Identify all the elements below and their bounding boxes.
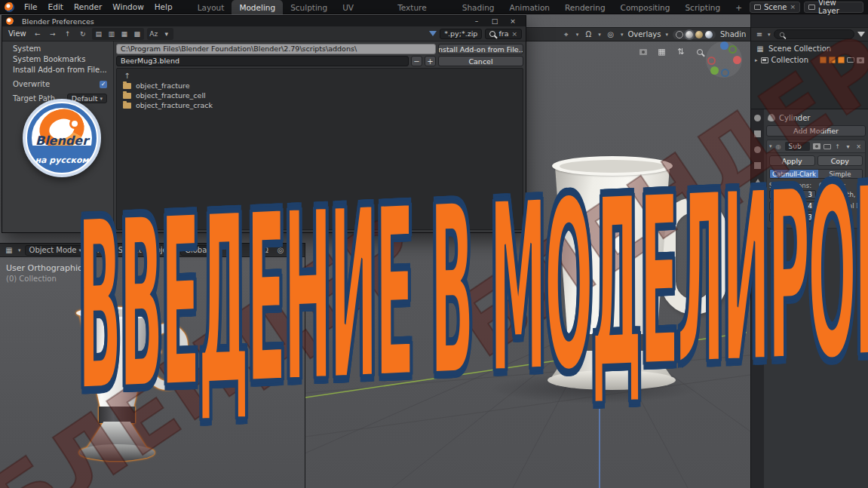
physics-tab-icon[interactable] (751, 239, 764, 250)
add-modifier-button[interactable]: Add Modifier (766, 125, 866, 137)
gizmo-x-axis[interactable] (733, 56, 741, 64)
gizmo-y-neg-axis[interactable] (728, 45, 737, 54)
gizmo-x-neg-axis[interactable] (707, 57, 716, 65)
checkbox-icon[interactable] (819, 192, 826, 198)
solid-shading-icon[interactable] (686, 31, 693, 38)
view-menu[interactable]: View (90, 246, 112, 254)
tool-tab-icon[interactable] (751, 112, 764, 124)
object-data-tab-icon[interactable] (751, 255, 764, 266)
rendered-shading-icon[interactable] (705, 31, 713, 38)
parent-directory-row[interactable]: ↑ (117, 71, 523, 81)
scene-tab-icon[interactable] (751, 176, 764, 187)
modifiers-tab-icon[interactable] (751, 223, 764, 235)
overwrite-option[interactable]: Overwrite ✓ (2, 78, 113, 90)
gizmo-z-axis[interactable] (720, 41, 728, 50)
transform-orientation-icon[interactable]: ⌖ (561, 29, 572, 40)
tab-modeling[interactable]: Modeling (232, 0, 283, 14)
proportional-editing-icon[interactable]: ◎ (606, 29, 616, 40)
tab-shading[interactable]: Shading (455, 0, 502, 14)
sidebar-item-system-bookmarks[interactable]: System Bookmarks (2, 54, 113, 65)
object-menu[interactable]: Object (148, 246, 177, 254)
menu-render[interactable]: Render (69, 0, 107, 14)
wireframe-shading-icon[interactable] (676, 31, 683, 38)
catmull-clark-button[interactable]: Catmull-Clark (770, 170, 818, 178)
view-layer-tab-icon[interactable] (751, 160, 764, 171)
forward-icon[interactable]: → (47, 29, 59, 39)
file-extension-filter-field[interactable]: *.py;*.zip (440, 29, 482, 39)
view-layer-selector[interactable]: View Layer (804, 2, 863, 13)
viewport-visibility-icon[interactable] (847, 57, 854, 63)
preferences-titlebar[interactable]: Blender Preferences – □ × (2, 16, 526, 26)
orientation-dropdown[interactable]: Global ▾ (180, 245, 218, 256)
sort-alpha-icon[interactable]: Az (148, 29, 160, 39)
outliner-search-input[interactable] (774, 29, 854, 39)
directory-path-input[interactable]: C:\Program Files\Blender Foundation\Blen… (116, 44, 436, 54)
clear-search-icon[interactable]: × (511, 30, 517, 38)
render-tab-icon[interactable] (751, 128, 764, 140)
tab-scripting[interactable]: Scripting (677, 0, 728, 14)
editor-type-icon[interactable]: ▦ (4, 245, 14, 256)
zoom-icon[interactable] (694, 46, 705, 57)
add-workspace-button[interactable]: + (728, 0, 750, 14)
filter-funnel-icon[interactable] (429, 31, 437, 36)
apply-button[interactable]: Apply (769, 155, 815, 166)
scene-unlink-icon[interactable]: × (790, 3, 796, 11)
menu-window[interactable]: Window (107, 0, 149, 14)
shading-popover-label[interactable]: Shading (720, 30, 746, 38)
overwrite-checkbox[interactable]: ✓ (100, 81, 107, 88)
menu-edit[interactable]: Edit (43, 0, 69, 14)
blender-logo-icon[interactable] (5, 2, 14, 12)
simple-button[interactable]: Simple (818, 170, 862, 178)
install-addon-button[interactable]: Install Add-on from File... (438, 44, 523, 54)
output-tab-icon[interactable] (751, 144, 764, 155)
sidebar-item-install-addon[interactable]: Install Add-on from File... (2, 65, 113, 75)
render-toggle-icon[interactable] (812, 143, 820, 151)
tab-uv-editing[interactable]: UV Editing (335, 0, 390, 14)
camera-view-icon[interactable] (637, 46, 649, 57)
render-subdivisions-field[interactable]: Render: 4 (769, 201, 816, 210)
disclosure-triangle-icon[interactable]: ▸ (755, 57, 758, 63)
select-menu[interactable]: Select (116, 246, 144, 254)
filter-funnel-icon[interactable] (857, 32, 865, 37)
object-cube-icon[interactable] (829, 57, 836, 63)
object-cube-icon[interactable] (838, 57, 845, 63)
detail-list-icon[interactable]: ▩ (131, 29, 143, 39)
vertical-list-icon[interactable]: ▤ (93, 29, 105, 39)
object-cube-icon[interactable] (820, 57, 827, 63)
minimize-button[interactable]: – (468, 16, 486, 26)
snap-magnet-icon[interactable]: Ω (583, 29, 593, 40)
object-tab-icon[interactable] (751, 207, 764, 219)
maximize-button[interactable]: □ (486, 16, 504, 26)
collection-row[interactable]: ▸ Collection (751, 54, 868, 66)
increment-button[interactable]: + (425, 56, 436, 66)
cancel-button[interactable]: Cancel (438, 56, 523, 66)
file-row[interactable]: object_fracture_crack (117, 100, 523, 110)
move-up-icon[interactable]: ↑ (833, 143, 842, 151)
expand-modifier-icon[interactable]: ▾ (769, 143, 772, 149)
realtime-toggle-icon[interactable] (823, 143, 831, 151)
overlays-dropdown[interactable]: Overlays (627, 30, 661, 38)
proportional-editing-icon[interactable]: ◎ (275, 245, 286, 256)
gizmo-y-axis[interactable] (710, 66, 719, 75)
decrement-button[interactable]: − (411, 56, 422, 66)
world-tab-icon[interactable] (751, 192, 764, 203)
file-row[interactable]: object_fracture (117, 81, 523, 91)
mode-dropdown[interactable]: Object Mode ▾ (25, 245, 87, 256)
view-menu[interactable]: View (6, 29, 29, 38)
close-button[interactable]: × (504, 16, 522, 26)
gizmo-z-neg-axis[interactable] (721, 69, 729, 77)
filename-input[interactable]: BeerMug3.blend (116, 56, 409, 66)
selected-mug-object[interactable] (64, 310, 196, 480)
quality-field[interactable]: Quality: 3 (769, 213, 816, 222)
tab-animation[interactable]: Animation (501, 0, 557, 14)
snap-magnet-icon[interactable]: Ω (260, 245, 271, 256)
modifier-name-field[interactable]: Sub (785, 142, 810, 151)
menu-file[interactable]: File (19, 0, 43, 14)
sidebar-item-system[interactable]: System (2, 44, 113, 54)
mug-object[interactable] (526, 156, 760, 405)
scene-selector[interactable]: Scene × (750, 2, 800, 13)
tab-compositing[interactable]: Compositing (613, 0, 678, 14)
copy-button[interactable]: Copy (817, 155, 863, 166)
file-search-input[interactable]: fra × (485, 29, 522, 39)
tab-rendering[interactable]: Rendering (557, 0, 613, 14)
